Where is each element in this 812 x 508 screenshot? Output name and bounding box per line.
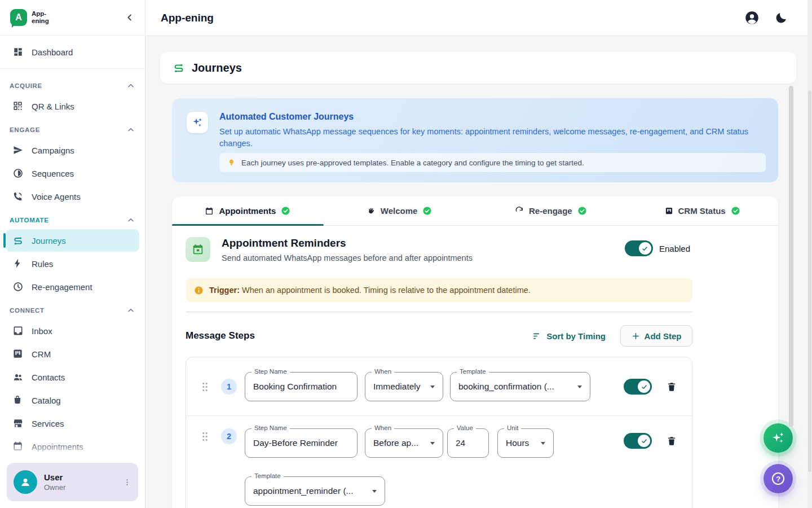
trigger-text: When an appointment is booked. Timing is… — [242, 286, 531, 295]
send-icon — [12, 144, 24, 156]
step-name-value: Day-Before Reminder — [253, 438, 338, 448]
sidebar-item-qr-links[interactable]: QR & Links — [6, 95, 139, 117]
brand-line1: App- — [32, 10, 49, 17]
bolt-icon — [12, 258, 24, 269]
add-step-button[interactable]: Add Step — [620, 325, 692, 347]
template-select[interactable]: Template appointment_reminder (... — [245, 476, 385, 506]
sort-icon — [532, 331, 542, 341]
header-title: App-ening — [161, 12, 214, 24]
sidebar-item-crm[interactable]: CRM — [6, 343, 139, 365]
sidebar-item-services[interactable]: Services — [6, 412, 139, 435]
content-scrollbar-thumb[interactable] — [789, 86, 793, 427]
waving-hand-icon — [367, 207, 376, 216]
banner-tip-text: Each journey uses pre-approved templates… — [241, 159, 584, 167]
app-logo: A App- ening — [10, 9, 49, 26]
sidebar-item-inbox[interactable]: Inbox — [6, 319, 139, 342]
when-select[interactable]: When Before ap... — [365, 428, 443, 458]
sidebar-item-catalog[interactable]: Catalog — [6, 389, 139, 411]
step-toggle[interactable] — [624, 379, 652, 395]
user-card[interactable]: User Owner — [7, 463, 138, 501]
chevron-up-icon — [126, 125, 135, 134]
sidebar-item-rules[interactable]: Rules — [6, 252, 139, 275]
toggle-knob — [638, 435, 650, 447]
timelapse-icon — [12, 168, 24, 179]
chevron-down-icon — [577, 386, 582, 388]
value-value: 24 — [456, 438, 465, 448]
when-value: Immediately — [373, 382, 421, 392]
step-name-input[interactable]: Step Name Day-Before Reminder — [245, 428, 358, 458]
tab-welcome[interactable]: Welcome — [324, 196, 475, 225]
check-badge-icon — [577, 206, 587, 216]
chevron-down-icon — [430, 442, 435, 445]
section-header-acquire[interactable]: ACQUIRE — [0, 74, 145, 94]
enabled-toggle[interactable] — [625, 240, 653, 256]
drag-handle-icon[interactable] — [202, 432, 208, 441]
unit-select[interactable]: Unit Hours — [497, 428, 554, 458]
chevron-down-icon — [541, 442, 545, 445]
sidebar-item-label: Dashboard — [32, 47, 73, 57]
chevron-up-icon — [126, 81, 135, 90]
value-input[interactable]: Value 24 — [447, 428, 489, 458]
steps-container: 1 Step Name Booking Confirmation When Im… — [186, 357, 692, 508]
storefront-icon — [12, 418, 24, 429]
sidebar-item-label: Journeys — [32, 236, 66, 246]
dashboard-icon — [12, 46, 24, 58]
shopping-bag-icon — [12, 395, 24, 406]
trigger-info-bar: Trigger: When an appointment is booked. … — [186, 278, 692, 302]
sidebar-item-campaigns[interactable]: Campaigns — [6, 139, 139, 161]
page-title: Journeys — [192, 62, 242, 75]
delete-step-icon[interactable] — [667, 381, 677, 392]
section-header-connect[interactable]: CONNECT — [0, 299, 145, 319]
tab-crm-status[interactable]: CRM Status — [626, 196, 778, 225]
tab-re-engage[interactable]: Re-engage — [475, 196, 627, 225]
window-scrollbar-thumb[interactable] — [808, 90, 811, 472]
chevron-down-icon — [372, 490, 377, 493]
section-header-engage[interactable]: ENGAGE — [0, 118, 145, 138]
step-name-value: Booking Confirmation — [253, 382, 337, 392]
step-name-input[interactable]: Step Name Booking Confirmation — [245, 372, 358, 401]
template-select[interactable]: Template booking_confirmation (... — [450, 372, 590, 401]
sidebar-item-label: Services — [32, 419, 64, 428]
help-fab[interactable]: ? — [764, 464, 793, 493]
sidebar-item-label: Catalog — [32, 396, 61, 405]
check-badge-icon — [422, 206, 432, 216]
section-header-automate[interactable]: AUTOMATE — [0, 208, 145, 229]
tab-appointments[interactable]: Appointments — [172, 196, 324, 225]
clock-icon — [12, 281, 24, 292]
user-name: User — [44, 472, 65, 482]
toggle-knob — [638, 380, 650, 393]
template-value: booking_confirmation (... — [458, 382, 554, 392]
main-area: Journeys Automated Customer Journeys Set… — [145, 36, 812, 508]
user-avatar — [14, 470, 37, 494]
delete-step-icon[interactable] — [667, 435, 677, 446]
sidebar-collapse-icon[interactable] — [125, 12, 135, 23]
sparkles-icon — [187, 112, 208, 133]
kebab-menu-icon[interactable] — [123, 478, 131, 487]
when-value: Before ap... — [373, 438, 418, 448]
sidebar-item-journeys[interactable]: Journeys — [6, 229, 139, 252]
sidebar-item-sequences[interactable]: Sequences — [6, 162, 139, 185]
ai-assistant-fab[interactable] — [764, 423, 793, 453]
plus-icon — [632, 332, 640, 340]
step-toggle[interactable] — [624, 433, 652, 449]
sidebar-item-voice-agents[interactable]: Voice Agents — [6, 185, 139, 208]
route-icon — [12, 235, 24, 246]
account-icon[interactable] — [743, 10, 760, 27]
enabled-label: Enabled — [659, 244, 690, 253]
check-badge-icon — [731, 206, 740, 216]
sort-by-timing-button[interactable]: Sort by Timing — [532, 331, 606, 341]
sidebar-item-re-engagement[interactable]: Re-engagement — [6, 275, 139, 298]
banner-description: Set up automatic WhatsApp message sequen… — [219, 126, 766, 150]
sidebar-item-label: Re-engagement — [32, 282, 92, 292]
sidebar-item-label: Sequences — [32, 169, 74, 178]
sidebar-item-dashboard[interactable]: Dashboard — [6, 41, 139, 63]
info-icon — [194, 286, 204, 295]
sidebar-item-contacts[interactable]: Contacts — [6, 366, 139, 388]
svg-text:?: ? — [776, 475, 780, 483]
brand-line2: ening — [32, 17, 49, 25]
dark-mode-moon-icon[interactable] — [773, 10, 789, 27]
step-number-badge: 1 — [221, 379, 237, 395]
when-select[interactable]: When Immediately — [365, 372, 443, 401]
drag-handle-icon[interactable] — [202, 382, 208, 392]
lightbulb-icon — [227, 159, 236, 167]
